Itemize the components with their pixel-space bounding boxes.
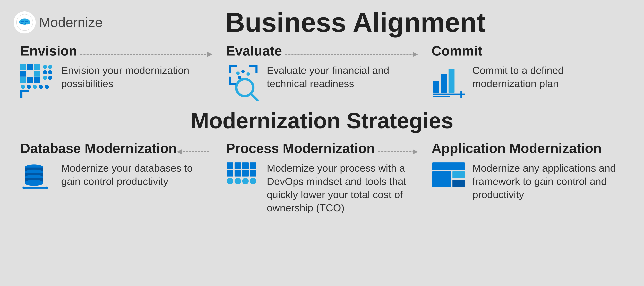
svg-rect-38 (228, 77, 231, 85)
svg-rect-75 (432, 162, 465, 170)
database-content: Modernize your databases to gain control… (20, 161, 212, 192)
svg-rect-18 (27, 77, 33, 83)
evaluate-title: Evaluate (226, 43, 282, 59)
svg-rect-17 (20, 77, 26, 83)
svg-rect-36 (256, 65, 258, 73)
svg-rect-46 (441, 74, 447, 93)
svg-point-22 (43, 70, 47, 74)
svg-rect-16 (34, 71, 40, 77)
svg-rect-15 (20, 71, 26, 77)
svg-point-29 (39, 85, 43, 89)
svg-rect-11 (26, 23, 28, 24)
envision-content: Envision your modernization possibilitie… (20, 64, 212, 98)
process-title: Process Modernization (226, 140, 375, 156)
process-step: Process Modernization (219, 140, 425, 215)
envision-desc: Envision your modernization possibilitie… (61, 64, 212, 90)
svg-point-30 (45, 85, 49, 89)
commit-content: Commit to a defined modernization plan (432, 64, 624, 98)
commit-desc: Commit to a defined modernization plan (472, 64, 624, 90)
logo-area: Modernize (14, 11, 103, 33)
svg-point-72 (234, 178, 241, 184)
evaluate-content: Evaluate your financial and technical re… (226, 64, 418, 98)
envision-arrow (80, 54, 209, 55)
svg-rect-68 (234, 170, 241, 176)
evaluate-icon (226, 64, 260, 98)
svg-rect-14 (34, 64, 40, 70)
process-arrow (378, 151, 414, 152)
svg-rect-66 (250, 162, 256, 169)
database-desc: Modernize your databases to gain control… (61, 161, 212, 188)
application-desc: Modernize any applications and framework… (472, 161, 624, 201)
svg-point-25 (48, 76, 52, 80)
strategies-title: Modernization Strategies (14, 108, 630, 134)
svg-rect-78 (452, 180, 465, 187)
svg-rect-32 (20, 90, 22, 98)
database-arrow (180, 151, 209, 152)
svg-rect-4 (21, 21, 22, 22)
svg-rect-7 (26, 21, 28, 22)
svg-marker-60 (46, 186, 48, 190)
svg-point-73 (242, 178, 249, 184)
svg-rect-9 (23, 23, 24, 24)
commit-icon (432, 64, 466, 98)
svg-point-41 (246, 72, 250, 76)
svg-rect-48 (433, 94, 460, 95)
commit-step: Commit C (425, 43, 630, 98)
logo-text: Modernize (39, 14, 103, 30)
process-content: Modernize your process with a DevOps min… (226, 161, 418, 215)
svg-rect-45 (433, 81, 439, 93)
evaluate-header: Evaluate (226, 43, 418, 59)
svg-rect-76 (432, 171, 451, 187)
evaluate-desc: Evaluate your financial and technical re… (267, 64, 418, 90)
svg-point-58 (25, 180, 43, 186)
database-icon (20, 161, 54, 192)
application-title: Application Modernization (432, 140, 602, 156)
svg-rect-12 (20, 64, 26, 70)
svg-point-26 (21, 85, 25, 89)
process-header: Process Modernization (226, 140, 418, 156)
svg-point-20 (43, 65, 47, 69)
ms-steps: Database Modernization (14, 140, 630, 215)
header: Modernize Business Alignment (14, 7, 630, 38)
database-step: Database Modernization (14, 140, 219, 192)
svg-point-27 (27, 85, 31, 89)
svg-point-74 (250, 178, 256, 184)
commit-header: Commit (432, 43, 624, 59)
application-header: Application Modernization (432, 140, 624, 156)
commit-title: Commit (432, 43, 482, 59)
svg-rect-70 (250, 170, 256, 176)
page-title-area: Business Alignment (103, 7, 608, 38)
svg-point-28 (33, 85, 37, 89)
evaluate-step: Evaluate (219, 43, 425, 98)
svg-rect-19 (34, 77, 40, 83)
database-header: Database Modernization (20, 140, 212, 156)
svg-rect-64 (234, 162, 241, 169)
application-step: Application Modernization Modernize any … (425, 140, 630, 201)
business-alignment-section: Envision (14, 43, 630, 98)
envision-step: Envision (14, 43, 219, 98)
svg-point-21 (48, 65, 52, 69)
svg-rect-34 (228, 65, 231, 73)
svg-point-40 (241, 70, 245, 73)
svg-rect-65 (242, 162, 249, 169)
svg-point-23 (48, 70, 52, 74)
svg-point-39 (236, 71, 240, 75)
envision-icon (20, 64, 54, 98)
svg-rect-5 (23, 21, 24, 22)
logo-circle (14, 11, 36, 33)
envision-header: Envision (20, 43, 212, 59)
svg-rect-69 (242, 170, 249, 176)
svg-rect-6 (25, 21, 26, 22)
evaluate-arrow (285, 54, 415, 55)
svg-point-24 (43, 76, 47, 80)
svg-rect-67 (227, 170, 233, 176)
svg-rect-47 (448, 69, 454, 93)
application-content: Modernize any applications and framework… (432, 161, 624, 201)
svg-rect-51 (460, 91, 462, 98)
svg-rect-13 (27, 64, 33, 70)
svg-point-71 (227, 178, 233, 184)
process-icon (226, 161, 260, 192)
application-icon (432, 161, 466, 192)
svg-line-44 (251, 94, 258, 100)
svg-rect-8 (21, 23, 22, 24)
